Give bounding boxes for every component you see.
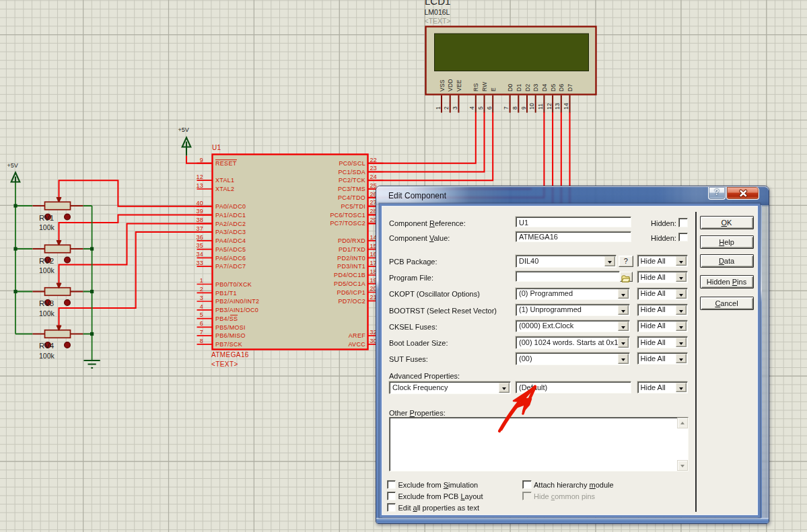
svg-text:100k: 100k <box>39 352 55 360</box>
svg-text:37: 37 <box>196 225 203 232</box>
svg-text:<TEXT>: <TEXT> <box>425 17 451 25</box>
svg-text:PC4/TDO: PC4/TDO <box>338 194 365 201</box>
svg-text:PA7/ADC7: PA7/ADC7 <box>215 263 246 270</box>
svg-text:VDD: VDD <box>447 79 454 91</box>
svg-text:VSS: VSS <box>439 79 446 91</box>
svg-text:7: 7 <box>503 106 510 110</box>
svg-text:5: 5 <box>477 106 484 110</box>
svg-text:3: 3 <box>200 295 203 301</box>
svg-text:22: 22 <box>370 157 378 163</box>
svg-text:VEE: VEE <box>456 79 462 91</box>
svg-text:LCD1: LCD1 <box>425 0 450 7</box>
svg-text:9: 9 <box>200 157 203 163</box>
svg-text:13: 13 <box>554 103 561 110</box>
svg-text:34: 34 <box>196 251 203 258</box>
svg-text:PC7/TOSC2: PC7/TOSC2 <box>330 220 365 227</box>
svg-text:PA6/ADC6: PA6/ADC6 <box>215 255 246 262</box>
svg-text:38: 38 <box>196 217 203 223</box>
svg-text:D5: D5 <box>550 84 557 91</box>
svg-text:D6: D6 <box>558 84 565 91</box>
svg-text:D4: D4 <box>541 84 548 91</box>
svg-text:+5V: +5V <box>7 162 18 169</box>
svg-text:14: 14 <box>563 103 569 110</box>
svg-text:LM016L: LM016L <box>425 8 450 16</box>
svg-text:2: 2 <box>200 286 203 293</box>
svg-text:PB0/T0/XCK: PB0/T0/XCK <box>215 281 252 288</box>
svg-text:U1: U1 <box>212 144 221 151</box>
svg-text:ATMEGA16: ATMEGA16 <box>211 351 249 358</box>
svg-text:36: 36 <box>196 234 203 241</box>
svg-text:PC5/TDI: PC5/TDI <box>341 203 365 210</box>
svg-text:2: 2 <box>443 106 450 110</box>
svg-text:PC1/SDA: PC1/SDA <box>338 169 365 176</box>
svg-text:100k: 100k <box>39 266 55 274</box>
svg-text:D2: D2 <box>524 84 531 91</box>
svg-text:4: 4 <box>468 106 475 110</box>
svg-text:33: 33 <box>196 260 203 266</box>
svg-text:PC0/SCL: PC0/SCL <box>339 160 365 167</box>
svg-text:RV4: RV4 <box>39 342 55 350</box>
svg-text:PC6/TOSC1: PC6/TOSC1 <box>330 212 365 219</box>
svg-text:8: 8 <box>200 338 203 344</box>
svg-text:13: 13 <box>196 182 203 189</box>
svg-text:11: 11 <box>537 104 544 110</box>
svg-text:10: 10 <box>528 103 535 110</box>
svg-text:PB7/SCK: PB7/SCK <box>215 341 242 348</box>
svg-text:1: 1 <box>200 277 203 284</box>
svg-text:PD4/OC1B: PD4/OC1B <box>334 272 365 278</box>
svg-text:PA0/ADC0: PA0/ADC0 <box>215 203 246 210</box>
svg-text:RESET: RESET <box>215 160 237 167</box>
svg-text:D7: D7 <box>567 84 573 91</box>
svg-text:PA3/ADC3: PA3/ADC3 <box>215 229 246 235</box>
svg-text:<TEXT>: <TEXT> <box>211 360 238 368</box>
svg-text:6: 6 <box>486 106 493 110</box>
svg-text:+5V: +5V <box>178 126 189 133</box>
svg-text:AVCC: AVCC <box>348 341 365 348</box>
svg-text:PD0/RXD: PD0/RXD <box>338 237 365 244</box>
svg-text:PB6/MISO: PB6/MISO <box>215 332 246 339</box>
svg-text:39: 39 <box>196 208 203 215</box>
svg-text:1: 1 <box>435 106 442 110</box>
svg-text:9: 9 <box>520 106 527 110</box>
svg-text:PD1/TXD: PD1/TXD <box>339 246 365 253</box>
svg-text:100k: 100k <box>39 309 55 317</box>
svg-text:PB1/T1: PB1/T1 <box>215 290 237 297</box>
svg-text:6: 6 <box>200 320 203 327</box>
svg-text:12: 12 <box>546 103 553 110</box>
svg-text:XTAL2: XTAL2 <box>215 186 234 192</box>
svg-text:RV2: RV2 <box>39 257 54 265</box>
svg-text:PD5/OC1A: PD5/OC1A <box>334 280 365 287</box>
svg-text:PB3/AIN1/OC0: PB3/AIN1/OC0 <box>215 307 258 313</box>
svg-text:RW: RW <box>481 81 488 91</box>
svg-text:RV1: RV1 <box>39 214 54 222</box>
svg-text:8: 8 <box>512 106 518 110</box>
svg-text:PD2/INT0: PD2/INT0 <box>337 255 365 262</box>
svg-text:PB2/AIN0/INT2: PB2/AIN0/INT2 <box>215 298 259 305</box>
svg-text:35: 35 <box>196 242 203 249</box>
svg-text:40: 40 <box>196 200 203 206</box>
svg-text:XTAL1: XTAL1 <box>215 177 234 184</box>
svg-text:100k: 100k <box>39 223 55 231</box>
svg-text:PA5/ADC5: PA5/ADC5 <box>215 246 246 253</box>
svg-text:PD6/ICP1: PD6/ICP1 <box>337 289 365 296</box>
svg-text:PC2/TCK: PC2/TCK <box>339 177 365 184</box>
svg-text:PA2/ADC2: PA2/ADC2 <box>215 221 246 227</box>
svg-text:24: 24 <box>370 174 378 180</box>
svg-text:D0: D0 <box>507 84 514 91</box>
svg-text:D1: D1 <box>516 84 522 91</box>
svg-text:RV3: RV3 <box>39 299 54 307</box>
svg-text:AREF: AREF <box>349 332 365 339</box>
svg-text:E: E <box>490 87 497 91</box>
svg-text:PB5/MOSI: PB5/MOSI <box>215 324 246 331</box>
svg-text:12: 12 <box>196 174 203 180</box>
svg-text:7: 7 <box>200 329 203 336</box>
svg-text:4: 4 <box>200 303 203 310</box>
svg-text:PA4/ADC4: PA4/ADC4 <box>215 237 246 244</box>
svg-text:PB4/SS: PB4/SS <box>215 315 238 322</box>
svg-text:PA1/ADC1: PA1/ADC1 <box>215 212 246 219</box>
svg-text:23: 23 <box>370 165 378 172</box>
svg-text:D3: D3 <box>532 84 539 91</box>
svg-text:PC3/TMS: PC3/TMS <box>338 186 365 192</box>
svg-text:RS: RS <box>472 83 479 91</box>
svg-text:PD3/INT1: PD3/INT1 <box>337 263 365 270</box>
